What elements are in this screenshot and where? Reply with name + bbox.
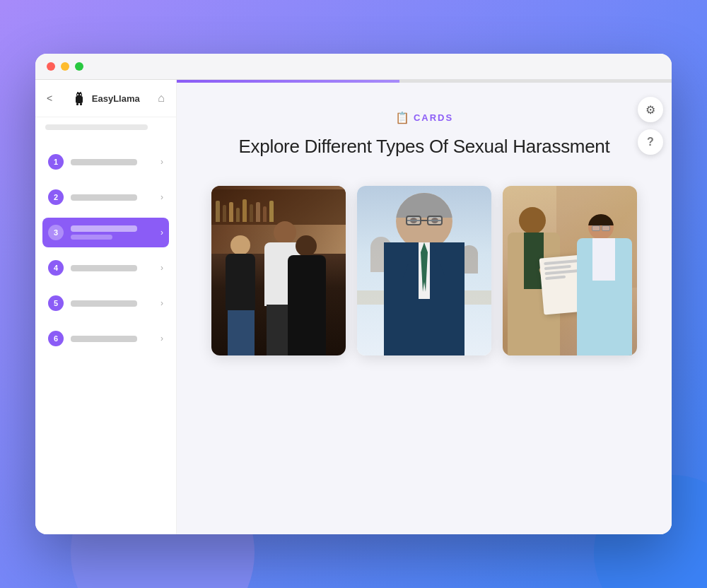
logo-text: EasyLlama (92, 93, 140, 104)
card-3[interactable] (503, 186, 637, 355)
item-number-5: 5 (48, 295, 64, 311)
action-buttons: ⚙ ? (638, 97, 663, 155)
item-sub-skeleton-active (71, 235, 112, 240)
back-button[interactable]: < (47, 93, 52, 104)
item-title-skeleton (71, 336, 137, 342)
traffic-light-minimize[interactable] (61, 62, 69, 71)
item-text-4 (71, 265, 153, 271)
item-text-2 (71, 194, 153, 201)
sidebar-item-1[interactable]: 1 › (42, 147, 169, 177)
settings-button[interactable]: ⚙ (638, 97, 663, 122)
sidebar-item-6[interactable]: 6 › (42, 324, 169, 353)
item-number-1: 1 (48, 154, 64, 170)
help-button[interactable]: ? (638, 129, 663, 155)
item-text-6 (71, 336, 153, 342)
item-number-4: 4 (48, 260, 64, 276)
item-title-skeleton (71, 194, 137, 201)
content-area: 📋 CARDS Explore Different Types Of Sexua… (177, 83, 672, 534)
main-content: 📋 CARDS Explore Different Types Of Sexua… (177, 80, 672, 534)
chevron-icon-4: › (160, 263, 163, 273)
cards-icon: 📋 (395, 111, 409, 124)
chevron-icon-6: › (160, 334, 163, 343)
svg-rect-2 (80, 92, 81, 94)
item-title-skeleton (71, 300, 137, 307)
traffic-light-fullscreen[interactable] (75, 62, 83, 71)
item-text-3 (71, 225, 153, 240)
sidebar-header: < EasyLlama ⌂ (35, 80, 176, 117)
sidebar: < EasyLlama ⌂ (35, 80, 177, 534)
home-button[interactable]: ⌂ (158, 92, 165, 105)
skeleton-line (45, 124, 148, 130)
cards-grid (211, 186, 637, 355)
help-icon: ? (647, 136, 654, 148)
item-title-skeleton (71, 265, 137, 271)
logo-area: EasyLlama (71, 90, 140, 107)
svg-rect-4 (76, 103, 78, 105)
top-skeleton (35, 117, 176, 139)
card-2[interactable] (357, 186, 491, 355)
svg-rect-1 (77, 92, 78, 94)
llama-icon (71, 90, 88, 107)
chevron-icon-3: › (160, 228, 163, 237)
svg-rect-3 (76, 96, 83, 103)
card-1[interactable] (211, 186, 346, 355)
chevron-icon-5: › (160, 298, 163, 308)
item-title-skeleton-active (71, 225, 137, 232)
traffic-light-close[interactable] (47, 62, 55, 71)
item-number-3: 3 (48, 225, 64, 240)
item-number-2: 2 (48, 189, 64, 205)
cards-label: CARDS (414, 112, 453, 123)
chevron-icon-2: › (160, 192, 163, 202)
browser-body: < EasyLlama ⌂ (35, 80, 672, 534)
sidebar-item-4[interactable]: 4 › (42, 253, 169, 283)
item-text-1 (71, 159, 153, 165)
sidebar-item-5[interactable]: 5 › (42, 288, 169, 318)
svg-point-7 (80, 94, 81, 95)
item-title-skeleton (71, 159, 137, 165)
cards-badge: 📋 CARDS (395, 111, 453, 124)
browser-window: < EasyLlama ⌂ (35, 54, 672, 534)
sidebar-item-2[interactable]: 2 › (42, 182, 169, 212)
sidebar-item-3[interactable]: 3 › (42, 218, 169, 247)
item-number-6: 6 (48, 331, 64, 346)
settings-icon: ⚙ (645, 103, 655, 117)
item-text-5 (71, 300, 153, 307)
svg-point-6 (77, 94, 78, 95)
chevron-icon-1: › (160, 157, 163, 167)
title-bar (35, 54, 672, 80)
sidebar-nav: 1 › 2 › 3 (35, 139, 176, 362)
svg-rect-5 (80, 103, 82, 105)
page-title: Explore Different Types Of Sexual Harass… (239, 136, 610, 158)
